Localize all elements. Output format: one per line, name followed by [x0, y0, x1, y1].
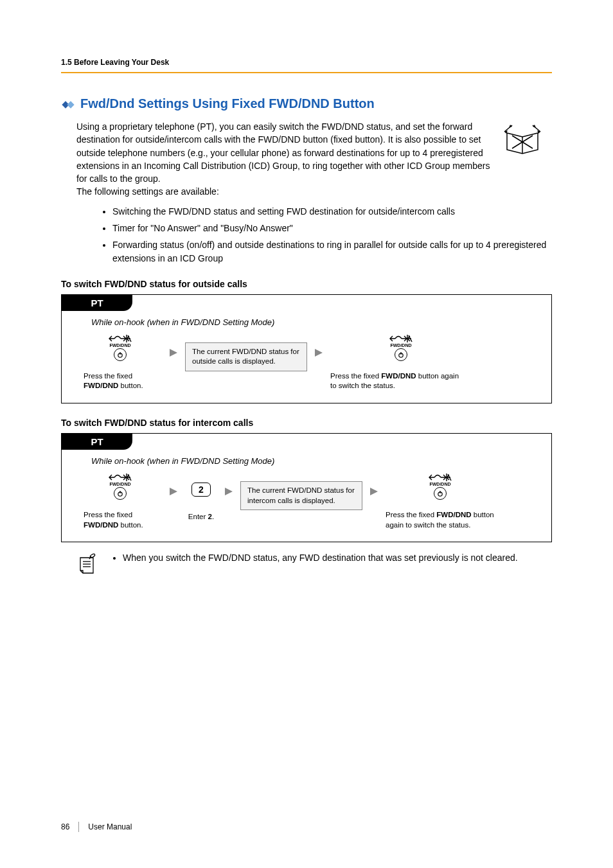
fwd-dnd-label: FWD/DND [109, 343, 130, 348]
proc2-step2-caption: Press the fixed FWD/DND button again to … [386, 510, 495, 530]
proc1-heading: To switch FWD/DND status for outside cal… [61, 279, 552, 289]
proc1-step2: FWD/DND Press the fixed FWD/DND button a… [330, 332, 472, 391]
proc1-flow: FWD/DND Press the fixed FWD/DND button. … [78, 332, 551, 391]
proc2-status-box: The current FWD/DND status for intercom … [240, 481, 362, 510]
bullet-2: Timer for "No Answer" and "Busy/No Answe… [112, 222, 552, 235]
proc2-heading: To switch FWD/DND status for intercom ca… [61, 418, 552, 428]
proc1-status-box: The current FWD/DND status for outside c… [185, 342, 307, 371]
svg-marker-15 [315, 349, 323, 357]
t: Press the fixed [84, 511, 132, 518]
fwd-dnd-button-icon: FWD/DND [389, 335, 413, 361]
arrow-icon [314, 332, 324, 358]
proc2-digit-step: 2 Enter 2. [185, 471, 217, 522]
fwd-dnd-button-icon: FWD/DND [109, 474, 132, 500]
proc1-condition: While on-hook (when in FWD/DND Setting M… [91, 317, 551, 327]
fwd-dnd-button-icon: FWD/DND [109, 335, 132, 361]
note-icon [76, 551, 100, 577]
t: Press the fixed [386, 511, 436, 518]
proc1-box: PT While on-hook (when in FWD/DND Settin… [61, 294, 552, 403]
t: . [212, 513, 214, 520]
arrow-icon [369, 471, 379, 497]
power-circle-icon [114, 348, 127, 361]
proc2-box: PT While on-hook (when in FWD/DND Settin… [61, 433, 552, 542]
proc2-condition: While on-hook (when in FWD/DND Setting M… [91, 456, 551, 466]
t: Press the fixed [84, 372, 132, 380]
proc1-step1: FWD/DND Press the fixed FWD/DND button. [78, 332, 162, 391]
intro-text: Using a proprietary telephone (PT), you … [76, 121, 490, 197]
fwd-dnd-button-icon: FWD/DND [429, 474, 452, 500]
svg-marker-24 [170, 488, 177, 495]
t: button. [118, 382, 143, 389]
proc2-enter-caption: Enter 2. [188, 512, 214, 522]
svg-rect-1 [67, 101, 74, 108]
note-row: When you switch the FWD/DND status, any … [76, 551, 552, 577]
power-circle-icon [395, 348, 407, 361]
settings-bullets: Switching the FWD/DND status and setting… [87, 205, 552, 265]
power-circle-icon [114, 487, 127, 500]
fwd-dnd-label: FWD/DND [390, 343, 411, 348]
bullet-3: Forwarding status (on/off) and outside d… [112, 238, 552, 265]
diamond-bullets-icon [61, 100, 75, 109]
arrow-icon [168, 332, 179, 358]
intro-paragraph: Using a proprietary telephone (PT), you … [76, 120, 494, 199]
svg-marker-14 [170, 349, 177, 357]
proc2-step1-caption: Press the fixed FWD/DND button. [84, 510, 162, 530]
phone-book-icon [503, 124, 549, 157]
bullet-1: Switching the FWD/DND status and setting… [112, 205, 552, 218]
note-item: When you switch the FWD/DND status, any … [123, 551, 518, 564]
section-heading: Fwd/Dnd Settings Using Fixed FWD/DND But… [61, 96, 552, 111]
proc2-flow: FWD/DND Press the fixed FWD/DND button. … [78, 471, 551, 530]
svg-marker-25 [225, 488, 233, 495]
running-header: 1.5 Before Leaving Your Desk [61, 58, 552, 73]
arrow-icon [168, 471, 179, 497]
page-number: 86 [61, 822, 69, 831]
section-title: Fwd/Dnd Settings Using Fixed FWD/DND But… [80, 96, 375, 111]
t: FWD/DND [436, 511, 471, 518]
arrow-icon [224, 471, 234, 497]
t: Press the fixed [330, 372, 381, 380]
fwd-dnd-label: FWD/DND [429, 482, 450, 486]
proc2-step1: FWD/DND Press the fixed FWD/DND button. [78, 471, 162, 530]
svg-marker-26 [370, 488, 378, 495]
proc1-tab: PT [62, 295, 132, 311]
t: FWD/DND [381, 372, 416, 380]
digit-key-2: 2 [191, 483, 211, 497]
page-footer: 86 User Manual [61, 822, 132, 832]
note-list: When you switch the FWD/DND status, any … [106, 551, 518, 564]
proc1-step1-caption: Press the fixed FWD/DND button. [84, 371, 162, 391]
t: FWD/DND [84, 382, 118, 389]
fwd-dnd-label: FWD/DND [109, 482, 130, 486]
footer-label: User Manual [88, 822, 132, 831]
proc1-step2-caption: Press the fixed FWD/DND button again to … [330, 371, 465, 391]
t: Enter [188, 513, 208, 520]
proc2-step2: FWD/DND Press the fixed FWD/DND button a… [386, 471, 495, 530]
page: 1.5 Before Leaving Your Desk Fwd/Dnd Set… [0, 0, 613, 868]
t: button. [118, 521, 143, 529]
power-circle-icon [434, 487, 447, 500]
footer-divider [78, 822, 79, 832]
proc2-tab: PT [62, 434, 132, 450]
t: FWD/DND [84, 521, 118, 529]
